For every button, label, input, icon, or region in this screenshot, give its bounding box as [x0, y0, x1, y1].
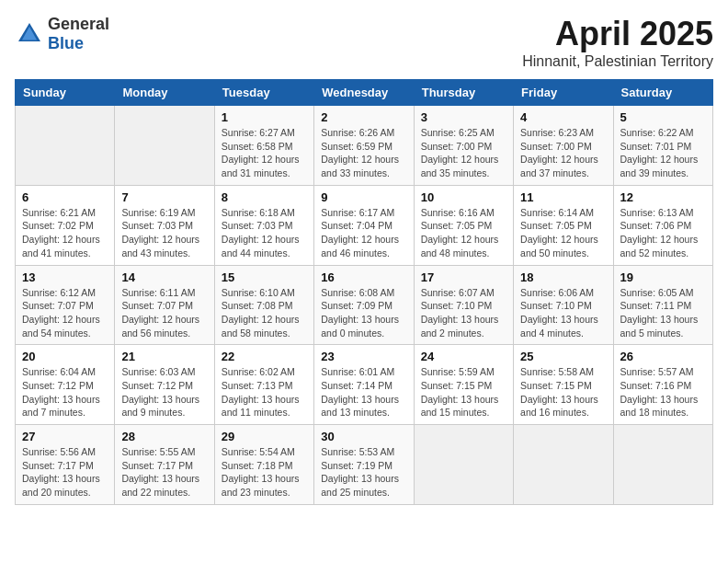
calendar-week-row: 27Sunrise: 5:56 AM Sunset: 7:17 PM Dayli…	[16, 425, 713, 505]
day-number: 19	[620, 270, 706, 284]
day-info: Sunrise: 5:53 AM Sunset: 7:19 PM Dayligh…	[321, 445, 406, 500]
day-info: Sunrise: 6:27 AM Sunset: 6:58 PM Dayligh…	[222, 126, 307, 180]
day-number: 11	[520, 190, 606, 204]
day-info: Sunrise: 6:19 AM Sunset: 7:03 PM Dayligh…	[121, 206, 207, 260]
main-title: April 2025	[522, 15, 713, 53]
calendar-cell: 22Sunrise: 6:02 AM Sunset: 7:13 PM Dayli…	[214, 345, 313, 425]
day-info: Sunrise: 6:04 AM Sunset: 7:12 PM Dayligh…	[22, 365, 108, 419]
calendar-cell: 21Sunrise: 6:03 AM Sunset: 7:12 PM Dayli…	[115, 345, 214, 425]
day-number: 26	[620, 350, 706, 363]
calendar-cell: 17Sunrise: 6:07 AM Sunset: 7:10 PM Dayli…	[414, 265, 513, 345]
day-number: 18	[520, 270, 606, 284]
day-info: Sunrise: 6:06 AM Sunset: 7:10 PM Dayligh…	[520, 286, 606, 340]
day-number: 10	[421, 190, 506, 204]
calendar-cell: 28Sunrise: 5:55 AM Sunset: 7:17 PM Dayli…	[115, 425, 214, 505]
calendar-cell: 12Sunrise: 6:13 AM Sunset: 7:06 PM Dayli…	[613, 185, 712, 265]
calendar-cell: 9Sunrise: 6:17 AM Sunset: 7:04 PM Daylig…	[314, 185, 414, 265]
day-info: Sunrise: 6:10 AM Sunset: 7:08 PM Dayligh…	[222, 286, 307, 340]
calendar-cell: 27Sunrise: 5:56 AM Sunset: 7:17 PM Dayli…	[16, 425, 115, 505]
day-info: Sunrise: 6:02 AM Sunset: 7:13 PM Dayligh…	[222, 365, 307, 419]
day-number: 6	[22, 190, 108, 204]
day-number: 28	[121, 430, 207, 443]
day-number: 21	[121, 350, 207, 363]
calendar-week-row: 1Sunrise: 6:27 AM Sunset: 6:58 PM Daylig…	[16, 106, 713, 186]
logo-blue: Blue	[48, 34, 84, 52]
calendar-week-row: 20Sunrise: 6:04 AM Sunset: 7:12 PM Dayli…	[16, 345, 713, 425]
calendar-cell: 26Sunrise: 5:57 AM Sunset: 7:16 PM Dayli…	[613, 345, 712, 425]
calendar-cell: 25Sunrise: 5:58 AM Sunset: 7:15 PM Dayli…	[514, 345, 613, 425]
title-area: April 2025 Hinnanit, Palestinian Territo…	[522, 15, 713, 70]
calendar-cell: 5Sunrise: 6:22 AM Sunset: 7:01 PM Daylig…	[613, 106, 712, 186]
calendar-cell: 18Sunrise: 6:06 AM Sunset: 7:10 PM Dayli…	[514, 265, 613, 345]
calendar-cell: 7Sunrise: 6:19 AM Sunset: 7:03 PM Daylig…	[115, 185, 214, 265]
weekday-header: Sunday	[16, 80, 115, 106]
day-info: Sunrise: 6:07 AM Sunset: 7:10 PM Dayligh…	[421, 286, 506, 340]
calendar-cell: 6Sunrise: 6:21 AM Sunset: 7:02 PM Daylig…	[16, 185, 115, 265]
day-number: 27	[22, 430, 108, 443]
day-number: 7	[121, 190, 207, 204]
day-info: Sunrise: 6:26 AM Sunset: 6:59 PM Dayligh…	[321, 126, 406, 180]
day-number: 17	[421, 270, 506, 284]
weekday-header: Wednesday	[314, 80, 414, 106]
day-info: Sunrise: 5:56 AM Sunset: 7:17 PM Dayligh…	[22, 445, 108, 500]
calendar-cell: 23Sunrise: 6:01 AM Sunset: 7:14 PM Dayli…	[314, 345, 414, 425]
day-number: 25	[520, 350, 606, 363]
calendar-cell	[613, 425, 712, 505]
calendar-cell: 3Sunrise: 6:25 AM Sunset: 7:00 PM Daylig…	[414, 106, 513, 186]
calendar-cell: 8Sunrise: 6:18 AM Sunset: 7:03 PM Daylig…	[214, 185, 313, 265]
logo: General Blue	[15, 15, 109, 53]
day-info: Sunrise: 6:23 AM Sunset: 7:00 PM Dayligh…	[520, 126, 606, 180]
day-info: Sunrise: 6:12 AM Sunset: 7:07 PM Dayligh…	[22, 286, 108, 340]
day-number: 14	[121, 270, 207, 284]
calendar-week-row: 13Sunrise: 6:12 AM Sunset: 7:07 PM Dayli…	[16, 265, 713, 345]
calendar-cell: 11Sunrise: 6:14 AM Sunset: 7:05 PM Dayli…	[514, 185, 613, 265]
weekday-header: Saturday	[613, 80, 712, 106]
calendar-table: SundayMondayTuesdayWednesdayThursdayFrid…	[15, 79, 713, 505]
calendar-cell	[514, 425, 613, 505]
calendar-cell: 19Sunrise: 6:05 AM Sunset: 7:11 PM Dayli…	[613, 265, 712, 345]
logo-general: General	[48, 15, 109, 33]
subtitle: Hinnanit, Palestinian Territory	[522, 53, 713, 70]
calendar-cell: 1Sunrise: 6:27 AM Sunset: 6:58 PM Daylig…	[214, 106, 313, 186]
calendar-cell: 24Sunrise: 5:59 AM Sunset: 7:15 PM Dayli…	[414, 345, 513, 425]
day-number: 8	[222, 190, 307, 204]
day-number: 29	[222, 430, 307, 443]
day-info: Sunrise: 6:01 AM Sunset: 7:14 PM Dayligh…	[321, 365, 406, 419]
day-number: 3	[421, 110, 506, 124]
calendar-cell: 14Sunrise: 6:11 AM Sunset: 7:07 PM Dayli…	[115, 265, 214, 345]
calendar-cell: 2Sunrise: 6:26 AM Sunset: 6:59 PM Daylig…	[314, 106, 414, 186]
calendar-cell: 4Sunrise: 6:23 AM Sunset: 7:00 PM Daylig…	[514, 106, 613, 186]
day-info: Sunrise: 6:18 AM Sunset: 7:03 PM Dayligh…	[222, 206, 307, 260]
day-info: Sunrise: 5:54 AM Sunset: 7:18 PM Dayligh…	[222, 445, 307, 500]
day-number: 12	[620, 190, 706, 204]
weekday-header: Tuesday	[214, 80, 313, 106]
day-info: Sunrise: 6:25 AM Sunset: 7:00 PM Dayligh…	[421, 126, 506, 180]
page-header: General Blue April 2025 Hinnanit, Palest…	[15, 15, 713, 70]
calendar-header-row: SundayMondayTuesdayWednesdayThursdayFrid…	[16, 80, 713, 106]
day-info: Sunrise: 6:03 AM Sunset: 7:12 PM Dayligh…	[121, 365, 207, 419]
day-info: Sunrise: 5:57 AM Sunset: 7:16 PM Dayligh…	[620, 365, 706, 419]
day-number: 1	[222, 110, 307, 124]
day-number: 15	[222, 270, 307, 284]
day-number: 13	[22, 270, 108, 284]
weekday-header: Monday	[115, 80, 214, 106]
day-number: 9	[321, 190, 406, 204]
day-info: Sunrise: 5:59 AM Sunset: 7:15 PM Dayligh…	[421, 365, 506, 419]
day-info: Sunrise: 6:16 AM Sunset: 7:05 PM Dayligh…	[421, 206, 506, 260]
day-info: Sunrise: 6:22 AM Sunset: 7:01 PM Dayligh…	[620, 126, 706, 180]
calendar-cell: 13Sunrise: 6:12 AM Sunset: 7:07 PM Dayli…	[16, 265, 115, 345]
day-number: 30	[321, 430, 406, 443]
day-number: 16	[321, 270, 406, 284]
day-info: Sunrise: 6:17 AM Sunset: 7:04 PM Dayligh…	[321, 206, 406, 260]
weekday-header: Friday	[514, 80, 613, 106]
logo-icon	[15, 19, 44, 49]
weekday-header: Thursday	[414, 80, 513, 106]
day-number: 4	[520, 110, 606, 124]
day-info: Sunrise: 5:55 AM Sunset: 7:17 PM Dayligh…	[121, 445, 207, 500]
calendar-week-row: 6Sunrise: 6:21 AM Sunset: 7:02 PM Daylig…	[16, 185, 713, 265]
day-number: 22	[222, 350, 307, 363]
calendar-cell: 30Sunrise: 5:53 AM Sunset: 7:19 PM Dayli…	[314, 425, 414, 505]
day-info: Sunrise: 5:58 AM Sunset: 7:15 PM Dayligh…	[520, 365, 606, 419]
calendar-cell: 15Sunrise: 6:10 AM Sunset: 7:08 PM Dayli…	[214, 265, 313, 345]
day-number: 24	[421, 350, 506, 363]
